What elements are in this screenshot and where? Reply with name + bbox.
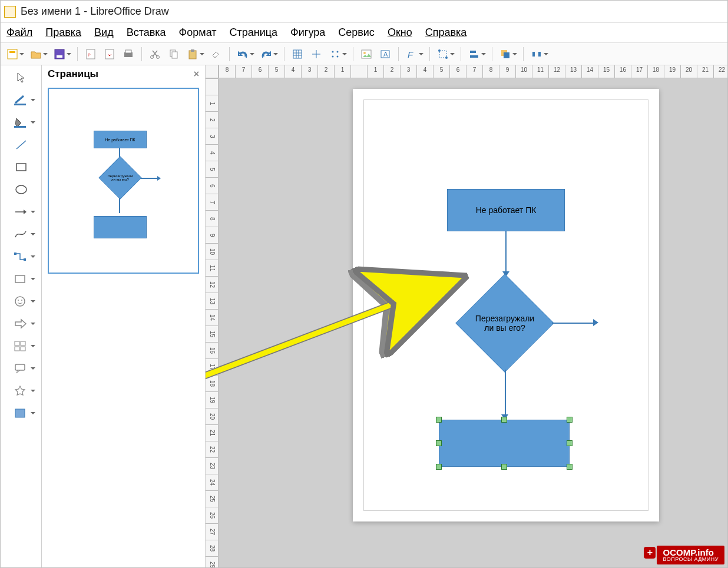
- svg-rect-29: [470, 55, 478, 58]
- redo-button[interactable]: [258, 46, 274, 62]
- stars-tool[interactable]: [8, 382, 34, 400]
- connector-1[interactable]: [505, 231, 507, 273]
- menu-edit[interactable]: Правка: [45, 26, 81, 39]
- svg-rect-33: [538, 52, 541, 57]
- undo-button[interactable]: [234, 46, 251, 62]
- toolbox: [1, 65, 42, 567]
- connector-right[interactable]: [552, 323, 594, 324]
- 3d-objects-tool[interactable]: [8, 404, 34, 422]
- watermark-main: OCOMP.info: [663, 548, 719, 557]
- menu-tools[interactable]: Сервис: [338, 26, 375, 39]
- selection-handle[interactable]: [567, 440, 573, 446]
- transform-button[interactable]: [435, 46, 451, 62]
- line-tool[interactable]: [8, 136, 34, 154]
- selection-handle[interactable]: [436, 440, 442, 446]
- svg-point-26: [438, 49, 441, 52]
- open-button[interactable]: [28, 46, 44, 62]
- svg-point-38: [16, 185, 27, 194]
- paste-button[interactable]: [184, 46, 201, 62]
- menu-shape[interactable]: Фигура: [290, 26, 325, 39]
- window-title: Без имени 1 - LibreOffice Draw: [21, 5, 169, 18]
- svg-rect-48: [15, 347, 19, 351]
- selection-handle[interactable]: [501, 417, 507, 423]
- clone-format-button[interactable]: [208, 46, 224, 62]
- svg-point-44: [18, 300, 19, 301]
- svg-text:F: F: [408, 49, 413, 59]
- menu-page[interactable]: Страница: [230, 26, 278, 39]
- page-thumbnail-1[interactable]: 1 Не работает ПК Перезагружали ли вы его…: [48, 88, 199, 274]
- menu-file[interactable]: Файл: [6, 26, 32, 39]
- svg-rect-40: [14, 253, 16, 255]
- canvas-area[interactable]: 8765432112345678910111213141516171819202…: [206, 65, 727, 567]
- save-button[interactable]: [51, 46, 68, 62]
- flowchart-box1-text: Не работает ПК: [476, 205, 537, 215]
- textbox-button[interactable]: A: [377, 46, 393, 62]
- menubar: Файл Правка Вид Вставка Формат Страница …: [1, 23, 727, 43]
- svg-point-10: [157, 55, 160, 58]
- svg-rect-13: [189, 51, 196, 59]
- ellipse-tool[interactable]: [8, 181, 34, 198]
- selection-handle[interactable]: [436, 464, 442, 470]
- menu-view[interactable]: Вид: [94, 26, 114, 39]
- ruler-vertical: 1234567891011121314151617181920212223242…: [206, 78, 219, 567]
- arrow-line-tool[interactable]: [8, 203, 34, 221]
- grid-button[interactable]: [289, 46, 306, 62]
- block-arrows-tool[interactable]: [8, 315, 34, 333]
- selection-handle[interactable]: [436, 417, 442, 423]
- svg-point-19: [337, 55, 339, 57]
- svg-rect-47: [21, 341, 25, 346]
- svg-rect-8: [125, 50, 131, 53]
- menu-format[interactable]: Формат: [179, 26, 217, 39]
- titlebar: Без имени 1 - LibreOffice Draw: [1, 1, 727, 23]
- align-button[interactable]: [466, 46, 482, 62]
- pages-title: Страницы: [48, 68, 98, 80]
- curve-tool[interactable]: [8, 225, 34, 243]
- fontwork-button[interactable]: F: [403, 46, 420, 62]
- svg-rect-46: [15, 341, 19, 346]
- menu-window[interactable]: Окно: [388, 26, 412, 39]
- basic-shapes-tool[interactable]: [8, 270, 34, 288]
- new-button[interactable]: [4, 46, 21, 62]
- rectangle-tool[interactable]: [8, 158, 34, 176]
- flowchart-diamond-text: Перезагружали ли вы его?: [458, 276, 552, 370]
- toolbar-main: P A F: [1, 43, 727, 65]
- connector-tool[interactable]: [8, 248, 34, 265]
- svg-rect-41: [24, 258, 26, 261]
- distribute-button[interactable]: [528, 46, 545, 62]
- drawing-page[interactable]: Не работает ПК Перезагружали ли вы его?: [353, 89, 659, 522]
- fill-color-tool[interactable]: [8, 114, 34, 131]
- watermark-sub: ВОПРОСЫ АДМИНУ: [663, 557, 719, 562]
- svg-rect-42: [15, 275, 25, 283]
- svg-text:P: P: [88, 53, 91, 57]
- copy-button[interactable]: [166, 46, 182, 62]
- flowchart-tool[interactable]: [8, 337, 34, 355]
- svg-rect-1: [9, 51, 15, 53]
- flowchart-process-box-selected[interactable]: [439, 420, 570, 467]
- menu-help[interactable]: Справка: [425, 26, 467, 39]
- export-pdf-button[interactable]: P: [82, 46, 99, 62]
- select-tool[interactable]: [8, 69, 34, 87]
- flowchart-process-box[interactable]: Не работает ПК: [447, 189, 565, 231]
- selection-handle[interactable]: [501, 464, 507, 470]
- symbol-shapes-tool[interactable]: [8, 293, 34, 310]
- helplines-button[interactable]: [308, 46, 325, 62]
- svg-point-16: [332, 51, 334, 52]
- thumb-box1: Не работает ПК: [94, 131, 147, 148]
- snap-button[interactable]: [327, 46, 343, 62]
- svg-rect-34: [14, 104, 26, 105]
- connector-down[interactable]: [505, 370, 506, 416]
- insert-image-button[interactable]: [358, 46, 375, 62]
- export-direct-button[interactable]: [101, 46, 118, 62]
- cut-button[interactable]: [147, 46, 163, 62]
- pages-panel: Страницы × 1 Не работает ПК Перезагружал…: [42, 65, 206, 567]
- menu-insert[interactable]: Вставка: [127, 26, 166, 39]
- callouts-tool[interactable]: [8, 360, 34, 377]
- print-button[interactable]: [120, 46, 137, 62]
- svg-rect-6: [105, 49, 114, 59]
- flowchart-decision-diamond[interactable]: Перезагружали ли вы его?: [458, 276, 552, 370]
- pages-close-icon[interactable]: ×: [194, 69, 199, 79]
- arrange-button[interactable]: [497, 46, 514, 62]
- selection-handle[interactable]: [567, 417, 573, 423]
- selection-handle[interactable]: [567, 464, 573, 470]
- line-color-tool[interactable]: [8, 91, 34, 109]
